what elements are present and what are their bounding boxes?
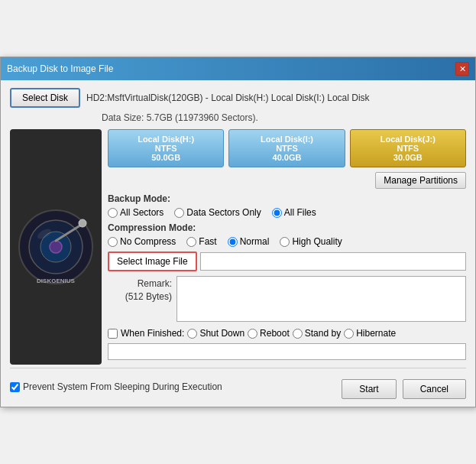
partition-i[interactable]: Local Disk(I:) NTFS 40.0GB bbox=[228, 129, 345, 167]
remark-label: Remark: (512 Bytes) bbox=[108, 276, 176, 322]
partition-j[interactable]: Local Disk(J:) NTFS 30.0GB bbox=[350, 129, 466, 167]
when-finished-row: When Finished: Shut Down Reboot Stand by… bbox=[108, 328, 466, 339]
right-panel: Local Disk(H:) NTFS 50.0GB Local Disk(I:… bbox=[108, 129, 466, 365]
compression-mode-label: Compression Mode: bbox=[108, 222, 466, 233]
data-size-value: 5.7GB (11973960 Sectors). bbox=[147, 112, 258, 123]
partition-j-size: 30.0GB bbox=[354, 153, 462, 162]
compression-mode-group: No Compress Fast Normal High Quality bbox=[108, 236, 466, 247]
finish-standby[interactable]: Stand by bbox=[293, 328, 341, 339]
disk-icon: DISKGENIUS bbox=[14, 205, 98, 289]
backup-mode-group: All Sectors Data Sectors Only All Files bbox=[108, 207, 466, 218]
select-image-row: Select Image File bbox=[108, 251, 466, 271]
prevent-sleeping-label: Prevent System From Sleeping During Exec… bbox=[23, 381, 222, 392]
compress-high[interactable]: High Quality bbox=[280, 236, 342, 247]
partition-h-size: 50.0GB bbox=[112, 153, 220, 162]
partition-h-name: Local Disk(H:) bbox=[112, 135, 220, 144]
divider bbox=[10, 368, 466, 368]
compress-fast[interactable]: Fast bbox=[186, 236, 216, 247]
disk-description: HD2:MsftVirtualDisk(120GB) - Local Disk(… bbox=[86, 92, 466, 103]
manage-partitions-button[interactable]: Manage Partitions bbox=[375, 172, 466, 189]
finish-shutdown[interactable]: Shut Down bbox=[187, 328, 244, 339]
main-window: Backup Disk to Image File ✕ Select Disk … bbox=[0, 57, 476, 407]
window-title: Backup Disk to Image File bbox=[7, 63, 113, 74]
svg-text:DISKGENIUS: DISKGENIUS bbox=[37, 277, 75, 284]
select-disk-button[interactable]: Select Disk bbox=[10, 88, 80, 108]
backup-mode-all-files[interactable]: All Files bbox=[272, 207, 316, 218]
remark-row: Remark: (512 Bytes) bbox=[108, 276, 466, 322]
manage-btn-row: Manage Partitions bbox=[108, 172, 466, 189]
compress-normal[interactable]: Normal bbox=[228, 236, 270, 247]
prevent-sleeping-checkbox[interactable] bbox=[10, 382, 20, 392]
partition-h-fs: NTFS bbox=[112, 144, 220, 153]
close-button[interactable]: ✕ bbox=[455, 62, 469, 76]
when-finished-label: When Finished: bbox=[121, 328, 184, 339]
title-bar: Backup Disk to Image File ✕ bbox=[1, 57, 475, 80]
start-button[interactable]: Start bbox=[342, 379, 396, 399]
svg-point-3 bbox=[50, 241, 62, 253]
finish-hibernate[interactable]: Hibernate bbox=[344, 328, 396, 339]
backup-mode-all-sectors[interactable]: All Sectors bbox=[108, 207, 164, 218]
svg-point-5 bbox=[79, 219, 86, 227]
select-image-button[interactable]: Select Image File bbox=[108, 251, 197, 271]
partitions-row: Local Disk(H:) NTFS 50.0GB Local Disk(I:… bbox=[108, 129, 466, 167]
remark-textarea[interactable] bbox=[176, 276, 466, 322]
data-size-row: Data Size: 5.7GB (11973960 Sectors). bbox=[102, 112, 466, 123]
bottom-buttons: Start Cancel bbox=[342, 375, 466, 399]
data-size-label: Data Size: bbox=[102, 112, 144, 123]
cancel-button[interactable]: Cancel bbox=[403, 379, 466, 399]
main-body: DISKGENIUS Local Disk(H:) NTFS 50.0GB Lo… bbox=[10, 129, 466, 365]
partition-i-size: 40.0GB bbox=[232, 153, 341, 162]
compress-none[interactable]: No Compress bbox=[108, 236, 176, 247]
backup-mode-data-sectors[interactable]: Data Sectors Only bbox=[174, 207, 261, 218]
partition-i-name: Local Disk(I:) bbox=[232, 135, 341, 144]
select-disk-row: Select Disk HD2:MsftVirtualDisk(120GB) -… bbox=[10, 88, 466, 108]
partition-j-name: Local Disk(J:) bbox=[354, 135, 462, 144]
finish-reboot[interactable]: Reboot bbox=[248, 328, 290, 339]
when-finished-checkbox[interactable] bbox=[108, 329, 118, 339]
image-path-input[interactable] bbox=[200, 252, 466, 271]
prevent-sleeping-row: Prevent System From Sleeping During Exec… bbox=[10, 381, 222, 392]
backup-mode-label: Backup Mode: bbox=[108, 193, 466, 204]
progress-input[interactable] bbox=[108, 343, 466, 360]
dialog-content: Select Disk HD2:MsftVirtualDisk(120GB) -… bbox=[1, 80, 475, 407]
partition-i-fs: NTFS bbox=[232, 144, 341, 153]
partition-j-fs: NTFS bbox=[354, 144, 462, 153]
partition-h[interactable]: Local Disk(H:) NTFS 50.0GB bbox=[108, 129, 224, 167]
disk-image-panel: DISKGENIUS bbox=[10, 129, 102, 365]
